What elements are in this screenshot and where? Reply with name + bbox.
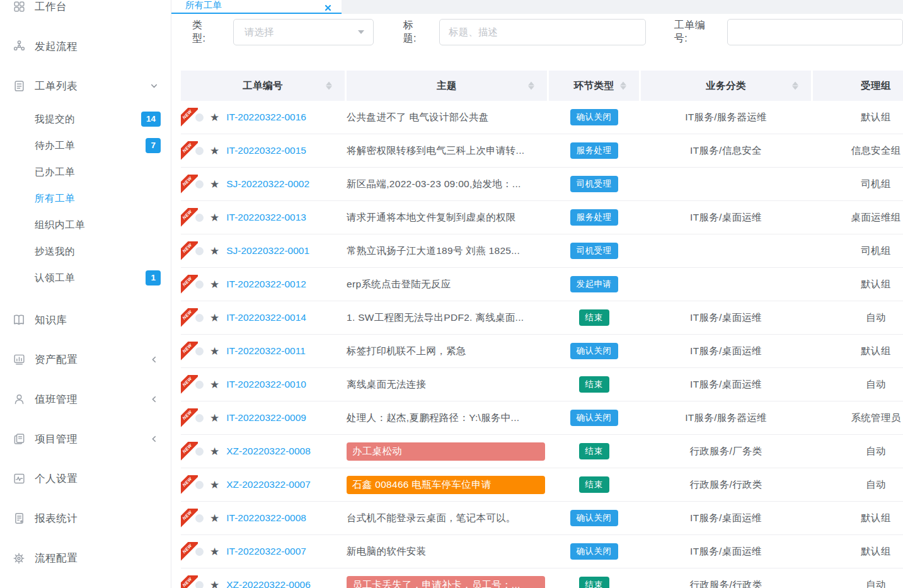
star-icon[interactable]: ★ [210, 313, 219, 323]
stage-badge: 确认关闭 [570, 410, 618, 426]
tab-all-tickets[interactable]: 所有工单 [171, 0, 342, 14]
ticket-id-link[interactable]: SJ-20220322-0001 [226, 245, 309, 257]
urgent-new-ribbon-icon: NEW [181, 108, 198, 127]
table-row[interactable]: NEW★XZ-20220322-0007石鑫 008466 电瓶车停车位申请结束… [181, 468, 903, 502]
close-icon[interactable] [325, 4, 331, 11]
sidebar-item-pending-tickets[interactable]: 待办工单7 [0, 132, 171, 159]
sidebar-item-asset-config[interactable]: 资产配置 [0, 340, 171, 379]
sidebar-item-process-config[interactable]: 流程配置 [0, 538, 171, 578]
column-header-4[interactable]: 业务分类 [641, 71, 811, 101]
star-icon[interactable]: ★ [210, 346, 219, 357]
table-row[interactable]: NEW★SJ-20220322-0001常熟立讯扬子江大道189号 刘燕 182… [181, 234, 903, 268]
ticket-id-link[interactable]: IT-20220322-0014 [226, 312, 306, 323]
table-row[interactable]: NEW★XZ-20220322-0006员工卡丢失了，申请补卡，员工号：...结… [181, 568, 903, 588]
ticket-id-link[interactable]: IT-20220322-0010 [226, 379, 306, 390]
ticket-category: IT服务/桌面运维 [641, 345, 811, 358]
gear-icon [11, 551, 26, 566]
urgent-new-ribbon-icon: NEW [181, 241, 198, 260]
star-icon[interactable]: ★ [210, 546, 219, 557]
star-icon[interactable]: ★ [210, 212, 219, 223]
urgent-new-ribbon-icon: NEW [181, 208, 198, 227]
sort-icon[interactable] [528, 82, 534, 90]
sidebar-item-all-tickets[interactable]: 所有工单 [0, 185, 171, 212]
column-header-5: 受理组 [813, 71, 903, 101]
chevron-left-icon [150, 355, 158, 364]
ticket-id-link[interactable]: IT-20220322-0007 [226, 546, 306, 557]
ticket-group: 自动 [813, 378, 903, 391]
main-panel: 所有工单 类型: 请选择 标题: 工单编号: 工单编号主题环节类型业务分类受理组… [171, 0, 903, 588]
sidebar-item-initiate-process[interactable]: 发起流程 [0, 26, 171, 66]
ticket-subject: 员工卡丢失了，申请补卡，员工号：... [347, 576, 545, 588]
star-icon[interactable]: ★ [210, 446, 219, 457]
filter-ticketno-label: 工单编号: [674, 19, 719, 45]
ticket-id-link[interactable]: IT-20220322-0013 [226, 212, 306, 223]
ticket-no-input[interactable] [727, 19, 903, 45]
table-row[interactable]: NEW★IT-20220322-0009处理人：赵杰,夏鹏程路径：Y:\服务中.… [181, 401, 903, 435]
sort-icon[interactable] [620, 82, 626, 90]
ticket-id-link[interactable]: IT-20220322-0015 [226, 145, 306, 156]
ticket-id-link[interactable]: IT-20220322-0008 [226, 512, 306, 524]
table-row[interactable]: NEW★IT-20220322-00141. SW工程图无法导出PDF2. 离线… [181, 301, 903, 335]
star-icon[interactable]: ★ [210, 413, 219, 424]
ticket-group: 自动 [813, 311, 903, 325]
sidebar-item-workbench[interactable]: 工作台 [0, 0, 171, 26]
chevron-left-icon [150, 395, 158, 403]
sidebar-item-personal-settings[interactable]: 个人设置 [0, 459, 171, 499]
stage-badge: 结束 [579, 476, 609, 493]
ticket-category: IT服务/桌面运维 [641, 512, 811, 525]
ticket-id-link[interactable]: IT-20220322-0016 [226, 112, 306, 123]
sidebar-item-project-management[interactable]: 项目管理 [0, 419, 171, 459]
table-row[interactable]: NEW★IT-20220322-0008台式机不能登录云桌面，笔记本可以。确认关… [181, 502, 903, 535]
column-header-1[interactable]: 工单编号 [181, 71, 345, 101]
sort-icon[interactable] [326, 82, 332, 90]
star-icon[interactable]: ★ [210, 580, 219, 588]
sidebar-item-org-tickets[interactable]: 组织内工单 [0, 212, 171, 238]
star-icon[interactable]: ★ [210, 513, 219, 524]
sidebar-item-knowledge-base[interactable]: 知识库 [0, 300, 171, 340]
star-icon[interactable]: ★ [210, 279, 219, 290]
ticket-group: 默认组 [813, 545, 903, 558]
star-icon[interactable]: ★ [210, 379, 219, 390]
sidebar-item-report-statistics[interactable]: 报表统计 [0, 499, 171, 538]
sort-icon[interactable] [792, 82, 798, 90]
ticket-id-link[interactable]: IT-20220322-0009 [226, 412, 306, 424]
ticket-id-link[interactable]: XZ-20220322-0006 [226, 579, 311, 588]
ticket-id-link[interactable]: IT-20220322-0012 [226, 279, 306, 290]
ticket-id-link[interactable]: XZ-20220322-0008 [226, 446, 311, 457]
urgent-new-ribbon-icon: NEW [181, 141, 198, 160]
ticket-id-link[interactable]: SJ-20220322-0002 [226, 178, 309, 190]
sidebar-item-label: 个人设置 [35, 472, 78, 486]
sidebar-item-cc-to-me[interactable]: 抄送我的 [0, 238, 171, 265]
table-row[interactable]: NEW★IT-20220322-0007新电脑的软件安装确认关闭IT服务/桌面运… [181, 535, 903, 568]
sidebar-item-label: 资产配置 [35, 353, 78, 367]
sidebar-item-duty-management[interactable]: 值班管理 [0, 379, 171, 419]
column-header-2[interactable]: 主题 [347, 71, 547, 101]
ticket-group: 自动 [813, 445, 903, 458]
table-row[interactable]: NEW★IT-20220322-0011标签打印机联不上网，紧急确认关闭IT服务… [181, 335, 903, 368]
table-row[interactable]: NEW★IT-20220322-0013请求开通将本地文件复制到虚桌的权限服务处… [181, 201, 903, 234]
sidebar-item-my-submitted[interactable]: 我提交的14 [0, 106, 171, 132]
table-row[interactable]: NEW★SJ-20220322-0002新区晶端,2022-03-23 09:0… [181, 168, 903, 201]
table-row[interactable]: NEW★IT-20220322-0016公共盘进不了 电气设计部公共盘确认关闭I… [181, 101, 903, 134]
flow-icon [11, 39, 26, 54]
ticket-category: 行政服务/厂务类 [641, 445, 811, 458]
column-header-3[interactable]: 环节类型 [549, 71, 639, 101]
title-search-input[interactable] [439, 19, 645, 45]
stage-badge: 结束 [579, 309, 609, 326]
sidebar-item-ticket-list[interactable]: 工单列表 [0, 66, 171, 106]
star-icon[interactable]: ★ [210, 179, 219, 190]
table-row[interactable]: NEW★IT-20220322-0012erp系统点击登陆无反应发起申请默认组 [181, 268, 903, 301]
type-select[interactable]: 请选择 [233, 19, 374, 45]
ticket-group: 默认组 [813, 512, 903, 525]
sidebar-item-done-tickets[interactable]: 已办工单 [0, 159, 171, 185]
sidebar-item-claim-tickets[interactable]: 认领工单1 [0, 265, 171, 291]
star-icon[interactable]: ★ [210, 146, 219, 156]
star-icon[interactable]: ★ [210, 112, 219, 123]
table-row[interactable]: NEW★IT-20220322-0010离线桌面无法连接结束IT服务/桌面运维自… [181, 368, 903, 401]
table-row[interactable]: NEW★XZ-20220322-0008办工桌松动结束行政服务/厂务类自动 [181, 435, 903, 468]
ticket-id-link[interactable]: IT-20220322-0011 [226, 345, 306, 357]
table-row[interactable]: NEW★IT-20220322-0015将解密权限转移到电气三科上次申请转...… [181, 134, 903, 168]
star-icon[interactable]: ★ [210, 246, 219, 257]
ticket-id-link[interactable]: XZ-20220322-0007 [226, 479, 311, 490]
star-icon[interactable]: ★ [210, 480, 219, 490]
